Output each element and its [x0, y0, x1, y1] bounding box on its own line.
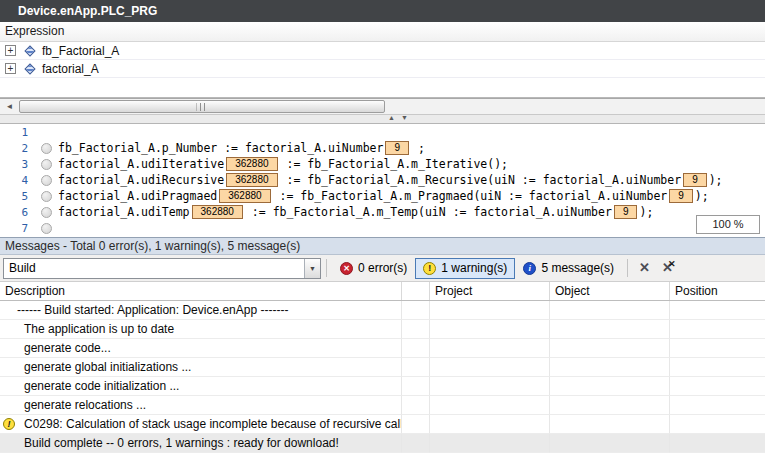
code-line[interactable]: 5 factorial_A.udiPragmaed362880 := fb_Fa…	[0, 188, 765, 204]
chevron-down-icon[interactable]: ▼	[304, 259, 320, 278]
code-line[interactable]: 1	[0, 124, 765, 140]
expression-header-label: Expression	[5, 24, 64, 38]
code-text: fb_Factorial_A.p_Number := factorial_A.u…	[58, 141, 425, 156]
messages-filter-label: 5 message(s)	[541, 261, 614, 275]
message-description: generate code initialization ...	[0, 377, 402, 396]
line-number: 3	[0, 158, 34, 171]
variable-icon	[24, 45, 35, 56]
warning-icon: !	[423, 262, 436, 275]
editor-zoom-level[interactable]: 100 %	[696, 215, 760, 234]
watch-row-factorial[interactable]: + factorial_A	[0, 60, 765, 78]
column-header-spacer	[402, 282, 430, 300]
toolbar-separator	[627, 259, 628, 277]
expand-plus-icon[interactable]: +	[5, 45, 16, 56]
category-dropdown[interactable]: Build ▼	[3, 258, 321, 279]
category-dropdown-value: Build	[4, 261, 304, 275]
error-icon: ✕	[340, 262, 353, 275]
window-title: Device.enApp.PLC_PRG	[18, 4, 157, 18]
code-line[interactable]: 6 factorial_A.udiTemp362880 := fb_Factor…	[0, 204, 765, 220]
breakpoint-indicator-icon[interactable]	[41, 223, 52, 234]
breakpoint-indicator-icon[interactable]	[41, 175, 52, 186]
message-row[interactable]: generate code...	[0, 339, 765, 358]
message-description: generate code...	[0, 339, 402, 358]
code-text: factorial_A.udiIterative362880 := fb_Fac…	[58, 157, 508, 172]
breakpoint-column[interactable]	[34, 223, 58, 234]
errors-filter-button[interactable]: ✕ 0 error(s)	[332, 258, 415, 279]
line-number: 2	[0, 142, 34, 155]
scrollbar-thumb[interactable]	[19, 100, 385, 113]
breakpoint-column[interactable]	[34, 191, 58, 202]
breakpoint-indicator-icon[interactable]	[41, 159, 52, 170]
code-text: factorial_A.udiTemp362880 := fb_Factoria…	[58, 205, 653, 220]
column-header-project[interactable]: Project	[430, 282, 550, 300]
warnings-filter-label: 1 warning(s)	[441, 261, 507, 275]
breakpoint-indicator-icon[interactable]	[41, 143, 52, 154]
messages-panel-header: Messages - Total 0 error(s), 1 warning(s…	[0, 237, 765, 255]
code-editor[interactable]: 1 2 fb_Factorial_A.p_Number := factorial…	[0, 124, 765, 237]
breakpoint-indicator-icon[interactable]	[41, 191, 52, 202]
message-description: Build complete -- 0 errors, 1 warnings :…	[0, 434, 402, 453]
breakpoint-indicator-icon[interactable]	[41, 207, 52, 218]
plc-editor-window: Device.enApp.PLC_PRG Expression + fb_Fac…	[0, 0, 765, 460]
monitor-value: 9	[669, 189, 693, 203]
message-row[interactable]: generate relocations ...	[0, 396, 765, 415]
monitor-value: 9	[683, 173, 707, 187]
line-number: 1	[0, 126, 34, 139]
message-row-build-complete[interactable]: Build complete -- 0 errors, 1 warnings :…	[0, 434, 765, 453]
column-header-object[interactable]: Object	[550, 282, 670, 300]
messages-filter-button[interactable]: i 5 message(s)	[515, 258, 622, 279]
monitor-value: 362880	[219, 189, 270, 203]
clear-messages-icon[interactable]: ✕	[639, 258, 650, 278]
code-line[interactable]: 7	[0, 220, 765, 236]
toolbar-separator	[326, 259, 327, 277]
info-icon: i	[523, 262, 536, 275]
messages-table-body: ------ Build started: Application: Devic…	[0, 301, 765, 453]
line-number: 4	[0, 174, 34, 187]
messages-toolbar: Build ▼ ✕ 0 error(s) ! 1 warning(s) i 5 …	[0, 255, 765, 282]
code-line[interactable]: 4 factorial_A.udiRecursive362880 := fb_F…	[0, 172, 765, 188]
expression-column-header[interactable]: Expression	[0, 22, 765, 42]
monitor-value: 9	[614, 205, 638, 219]
code-line[interactable]: 3 factorial_A.udiIterative362880 := fb_F…	[0, 156, 765, 172]
code-text: factorial_A.udiRecursive362880 := fb_Fac…	[58, 173, 723, 188]
message-description: generate relocations ...	[0, 396, 402, 415]
watch-item-label: fb_Factorial_A	[42, 44, 119, 58]
code-line[interactable]: 2 fb_Factorial_A.p_Number := factorial_A…	[0, 140, 765, 156]
warnings-filter-button[interactable]: ! 1 warning(s)	[415, 258, 515, 279]
breakpoint-column[interactable]	[34, 175, 58, 186]
monitor-value: 362880	[192, 205, 243, 219]
column-header-position[interactable]: Position	[670, 282, 765, 300]
message-row[interactable]: The application is up to date	[0, 320, 765, 339]
monitor-value: 9	[385, 141, 409, 155]
monitor-value: 362880	[226, 173, 277, 187]
expand-plus-icon[interactable]: +	[5, 63, 16, 74]
message-description: The application is up to date	[0, 320, 402, 339]
column-header-description[interactable]: Description	[0, 282, 402, 300]
breakpoint-column[interactable]	[34, 159, 58, 170]
line-number: 5	[0, 190, 34, 203]
message-row-warning[interactable]: ! C0298: Calculation of stack usage inco…	[0, 415, 765, 434]
splitter-collapse-icons[interactable]: ▲▼	[388, 114, 414, 121]
message-row[interactable]: generate global initializations ...	[0, 358, 765, 377]
message-description: ! C0298: Calculation of stack usage inco…	[0, 415, 402, 434]
watch-item-label: factorial_A	[42, 62, 99, 76]
breakpoint-column[interactable]	[34, 143, 58, 154]
line-number: 6	[0, 206, 34, 219]
horizontal-scrollbar[interactable]: ◄	[0, 98, 765, 115]
breakpoint-column[interactable]	[34, 207, 58, 218]
message-description: generate global initializations ...	[0, 358, 402, 377]
warning-icon: !	[3, 418, 15, 430]
code-text: factorial_A.udiPragmaed362880 := fb_Fact…	[58, 189, 709, 204]
watch-row-fb-factorial[interactable]: + fb_Factorial_A	[0, 42, 765, 60]
scroll-left-icon[interactable]: ◄	[2, 100, 17, 113]
scrollbar-grip-icon	[197, 103, 208, 111]
messages-table-header: Description Project Object Position	[0, 282, 765, 301]
clear-all-messages-icon[interactable]: ✕	[662, 258, 673, 278]
errors-filter-label: 0 error(s)	[358, 261, 407, 275]
panel-splitter[interactable]: ▲▼	[0, 115, 765, 124]
document-tab-title[interactable]: Device.enApp.PLC_PRG	[0, 0, 765, 22]
message-row[interactable]: generate code initialization ...	[0, 377, 765, 396]
variable-icon	[24, 63, 35, 74]
message-row[interactable]: ------ Build started: Application: Devic…	[0, 301, 765, 320]
watch-panel: Expression + fb_Factorial_A + factorial_…	[0, 22, 765, 98]
